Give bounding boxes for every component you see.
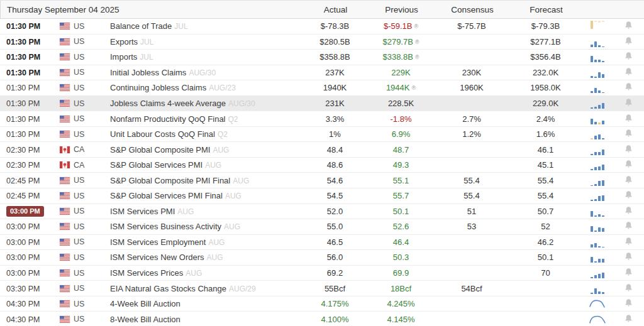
previous-value-text: 49.3 [393, 160, 409, 170]
alert-bell-button[interactable] [613, 82, 644, 93]
event-link[interactable]: ISM Services New Orders [110, 253, 204, 262]
event-link[interactable]: 8-Week Bill Auction [110, 315, 180, 324]
event-cell: ISM Services New OrdersAUG [110, 253, 302, 262]
actual-value: 237K [302, 68, 368, 77]
table-row[interactable]: 01:30 PMUSContinuing Jobless ClaimsAUG/2… [0, 80, 644, 96]
event-link[interactable]: Imports [110, 52, 137, 62]
event-cell: ISM Services PricesAUG [110, 268, 302, 278]
previous-value: 48.7 [368, 145, 434, 155]
country-code: US [74, 68, 84, 77]
event-link[interactable]: Balance of Trade [110, 21, 172, 31]
previous-value-text: 48.7 [393, 145, 409, 155]
spark-bar [591, 45, 593, 47]
alert-bell-button[interactable] [613, 144, 644, 155]
event-link[interactable]: S&P Global Composite PMI Final [110, 176, 230, 185]
alert-bell-button[interactable] [613, 21, 644, 31]
table-row[interactable]: 03:00 PMUSISM Services EmploymentAUG46.5… [0, 235, 644, 251]
event-link[interactable]: ISM Services Business Activity [110, 222, 221, 231]
table-row[interactable]: 02:30 PMCAS&P Global Composite PMIAUG48.… [0, 142, 644, 158]
country-code: US [74, 315, 84, 323]
table-row[interactable]: 01:30 PMUSNonfarm Productivity QoQ Final… [0, 111, 644, 127]
table-row[interactable]: 01:30 PMUSBalance of TradeJUL$-78.3B$-59… [0, 19, 644, 35]
event-link[interactable]: Continuing Jobless Claims [110, 83, 206, 92]
event-link[interactable]: Exports [110, 37, 138, 46]
forecast-value: 46.1 [509, 145, 582, 155]
sparkline-bar-chart [587, 160, 608, 170]
event-link[interactable]: EIA Natural Gas Stocks Change [110, 284, 226, 293]
actual-value: 231K [302, 99, 368, 108]
actual-value: 52.0 [302, 207, 368, 216]
alert-bell-button[interactable] [613, 283, 644, 294]
event-time-cell: 01:30 PM [0, 21, 60, 31]
spark-bar [591, 56, 593, 62]
alert-bell-button[interactable] [613, 67, 644, 78]
table-row[interactable]: 01:30 PMUSImportsJUL$358.8B$338.8B®$356.… [0, 50, 644, 65]
event-link[interactable]: Unit Labour Costs QoQ Final [110, 129, 215, 139]
spark-bar [602, 215, 604, 217]
table-row[interactable]: 02:45 PMUSS&P Global Composite PMI Final… [0, 173, 644, 188]
sparkline-cell [582, 82, 613, 93]
event-link[interactable]: Initial Jobless Claims [110, 68, 186, 77]
alert-bell-button[interactable] [613, 175, 644, 186]
spark-bar [598, 196, 601, 201]
forecast-value: 70 [509, 268, 582, 278]
event-cell: 4-Week Bill Auction [110, 299, 302, 308]
country-cell: US [60, 192, 110, 200]
alert-bell-button[interactable] [613, 314, 644, 325]
table-row[interactable]: 04:30 PMUS8-Week Bill Auction4.100%4.145… [0, 312, 644, 326]
event-link[interactable]: ISM Services PMI [110, 207, 175, 216]
event-link[interactable]: Nonfarm Productivity QoQ Final [110, 114, 226, 124]
alert-bell-button[interactable] [613, 36, 644, 47]
event-link[interactable]: S&P Global Composite PMI [110, 145, 210, 155]
table-row[interactable]: 02:45 PMUSS&P Global Services PMI FinalA… [0, 188, 644, 204]
table-row[interactable]: 01:30 PMUSJobless Claims 4-week AverageA… [0, 96, 644, 112]
event-cell: Unit Labour Costs QoQ FinalQ2 [110, 129, 302, 139]
spark-bar [598, 166, 601, 170]
table-row[interactable]: 03:00 PMUSISM Services PMIAUG52.050.1515… [0, 204, 644, 220]
table-row[interactable]: 04:30 PMUS4-Week Bill Auction4.175%4.245… [0, 296, 644, 312]
event-link[interactable]: S&P Global Services PMI Final [110, 191, 223, 200]
event-link[interactable]: 4-Week Bill Auction [110, 299, 180, 308]
event-link[interactable]: S&P Global Services PMI [110, 160, 203, 170]
alert-bell-button[interactable] [613, 129, 644, 139]
bell-icon [625, 175, 633, 186]
table-row[interactable]: 03:00 PMUSISM Services New OrdersAUG56.0… [0, 250, 644, 266]
event-time-cell: 02:45 PM [0, 176, 60, 185]
previous-value-text: 50.1 [393, 207, 409, 216]
alert-bell-button[interactable] [613, 98, 644, 109]
spark-bar [594, 167, 597, 170]
event-link[interactable]: ISM Services Prices [110, 268, 183, 278]
actual-value: 1% [302, 129, 368, 139]
alert-bell-button[interactable] [613, 206, 644, 217]
table-row[interactable]: 01:30 PMUSUnit Labour Costs QoQ FinalQ21… [0, 127, 644, 143]
table-row[interactable]: 01:30 PMUSInitial Jobless ClaimsAUG/3023… [0, 65, 644, 81]
alert-bell-button[interactable] [613, 190, 644, 201]
event-period-label: AUG [186, 269, 202, 278]
event-cell: ImportsJUL [110, 52, 302, 62]
actual-value: 3.3% [302, 114, 368, 124]
column-header-consensus: Consensus [435, 5, 510, 14]
consensus-value: 55.4 [434, 176, 509, 185]
alert-bell-button[interactable] [613, 160, 644, 170]
table-row[interactable]: 02:30 PMCAS&P Global Services PMIAUG48.6… [0, 158, 644, 173]
alert-bell-button[interactable] [613, 252, 644, 263]
table-row[interactable]: 03:00 PMUSISM Services Business Activity… [0, 219, 644, 235]
table-row[interactable]: 03:30 PMUSEIA Natural Gas Stocks ChangeA… [0, 281, 644, 296]
alert-bell-button[interactable] [613, 221, 644, 232]
consensus-value: $-75.7B [434, 21, 509, 31]
alert-bell-button[interactable] [613, 298, 644, 309]
us-flag-icon [60, 223, 70, 230]
alert-bell-button[interactable] [613, 268, 644, 278]
alert-bell-button[interactable] [613, 237, 644, 247]
alert-bell-button[interactable] [613, 52, 644, 62]
event-link[interactable]: Jobless Claims 4-week Average [110, 99, 226, 108]
table-row[interactable]: 03:00 PMUSISM Services PricesAUG69.269.9… [0, 266, 644, 281]
event-period-label: AUG [205, 161, 221, 170]
event-link[interactable]: ISM Services Employment [110, 237, 206, 247]
alert-bell-button[interactable] [613, 114, 644, 124]
spark-bar [591, 138, 593, 139]
table-row[interactable]: 01:30 PMUSExportsJUL$280.5B$279.7B®$277.… [0, 35, 644, 50]
spark-bar [594, 107, 597, 109]
sparkline-cell [582, 36, 613, 47]
spark-bar [598, 214, 601, 217]
